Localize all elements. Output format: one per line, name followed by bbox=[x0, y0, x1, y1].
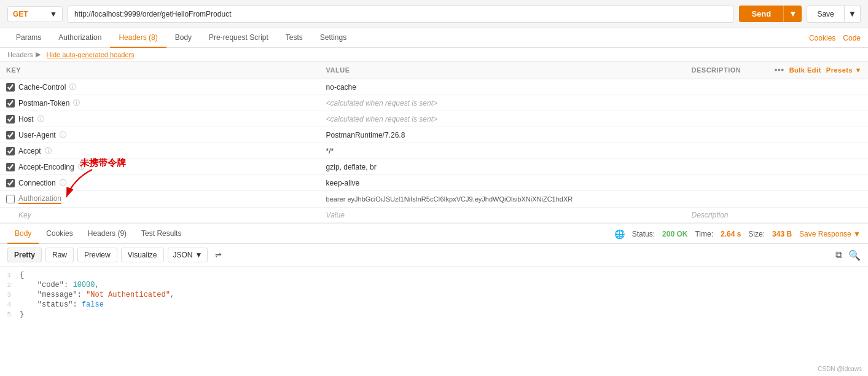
desc-cell-0 bbox=[686, 79, 868, 95]
info-icon-3[interactable]: ⓘ bbox=[60, 130, 66, 139]
row-checkbox-6[interactable] bbox=[6, 179, 15, 187]
copy-icon[interactable]: ⧉ bbox=[835, 249, 842, 261]
search-icon[interactable]: 🔍 bbox=[848, 249, 861, 261]
status-row: 🌐 Status: 200 OK Time: 2.64 s Size: 343 … bbox=[614, 229, 861, 239]
request-tabs: Params Authorization Headers (8) Body Pr… bbox=[0, 28, 868, 48]
desc-cell-2 bbox=[686, 111, 868, 127]
value-cell-5: gzip, deflate, br bbox=[320, 159, 686, 175]
cookies-link[interactable]: Cookies bbox=[809, 34, 835, 42]
key-cell-3: User-Agent ⓘ bbox=[0, 127, 320, 143]
row-checkbox-4[interactable] bbox=[6, 147, 15, 155]
key-text-2: Host bbox=[18, 115, 34, 123]
code-line-2: 2 "code": 10000, bbox=[0, 280, 868, 290]
bottom-tab-testresults[interactable]: Test Results bbox=[134, 224, 189, 244]
top-bar: GET ▼ Send ▼ Save ▼ bbox=[0, 0, 868, 28]
tab-tests[interactable]: Tests bbox=[277, 28, 311, 48]
key-cell-6: Connection ⓘ bbox=[0, 175, 320, 191]
value-cell-3: PostmanRuntime/7.26.8 bbox=[320, 127, 686, 143]
save-dropdown-button[interactable]: ▼ bbox=[845, 5, 861, 23]
time-value: 2.64 s bbox=[721, 230, 741, 238]
hide-headers-link[interactable]: Hide auto-generated headers bbox=[47, 51, 135, 58]
pretty-button[interactable]: Pretty bbox=[7, 248, 42, 262]
value-column-header: VALUE bbox=[320, 61, 686, 79]
table-row: User-Agent ⓘ PostmanRuntime/7.26.8 bbox=[0, 127, 868, 143]
tab-prerequest[interactable]: Pre-request Script bbox=[200, 28, 277, 48]
tab-right-links: Cookies Code bbox=[809, 34, 861, 42]
row-checkbox-3[interactable] bbox=[6, 131, 15, 139]
tab-headers[interactable]: Headers (8) bbox=[110, 28, 166, 48]
send-dropdown-button[interactable]: ▼ bbox=[783, 6, 802, 22]
table-row: Postman-Token ⓘ <calculated when request… bbox=[0, 95, 868, 111]
info-icon-4[interactable]: ⓘ bbox=[45, 146, 52, 155]
code-content-4: "status": false bbox=[20, 300, 104, 309]
presets-link[interactable]: Presets ▼ bbox=[826, 66, 862, 74]
bottom-tab-body[interactable]: Body bbox=[7, 224, 39, 244]
save-response-button[interactable]: Save Response ▼ bbox=[799, 230, 861, 238]
info-icon-1[interactable]: ⓘ bbox=[73, 98, 80, 108]
format-right-icons: ⧉ 🔍 bbox=[831, 249, 861, 261]
headers-sub-row: Headers ▶ Hide auto-generated headers bbox=[0, 48, 868, 61]
key-text-0: Cache-Control bbox=[18, 83, 66, 92]
tab-body[interactable]: Body bbox=[166, 28, 200, 48]
row-checkbox-0[interactable] bbox=[6, 83, 15, 92]
info-icon-0[interactable]: ⓘ bbox=[69, 82, 76, 92]
tab-settings[interactable]: Settings bbox=[311, 28, 355, 48]
key-text-3: User-Agent bbox=[18, 131, 56, 139]
key-cell-4: Accept ⓘ bbox=[0, 143, 320, 159]
preview-button[interactable]: Preview bbox=[77, 248, 117, 262]
key-cell-2: Host ⓘ bbox=[0, 111, 320, 127]
info-icon-5[interactable]: ⓘ bbox=[78, 162, 85, 171]
visualize-button[interactable]: Visualize bbox=[121, 248, 164, 262]
code-link[interactable]: Code bbox=[843, 34, 861, 42]
value-cell-auth: bearer eyJhbGciOiJSUzI1NiIsInR5cCI6IkpxV… bbox=[320, 191, 686, 208]
headers-table: KEY VALUE DESCRIPTION ••• Bulk Edit Pres… bbox=[0, 61, 868, 223]
desc-column-header: DESCRIPTION ••• Bulk Edit Presets ▼ bbox=[686, 61, 868, 79]
key-text-1: Postman-Token bbox=[18, 99, 69, 108]
bottom-panel: Body Cookies Headers (9) Test Results 🌐 … bbox=[0, 223, 868, 347]
desc-cell-3 bbox=[686, 127, 868, 143]
key-text-5: Accept-Encoding bbox=[18, 163, 74, 171]
value-cell-0: no-cache bbox=[320, 79, 686, 95]
row-checkbox-1[interactable] bbox=[6, 99, 15, 108]
line-num-1: 1 bbox=[0, 272, 20, 279]
info-icon-2[interactable]: ⓘ bbox=[37, 114, 44, 123]
row-checkbox-2[interactable] bbox=[6, 115, 15, 123]
line-num-4: 4 bbox=[0, 301, 20, 308]
save-group: Save ▼ bbox=[807, 5, 861, 23]
bottom-tab-cookies[interactable]: Cookies bbox=[39, 224, 80, 244]
save-button[interactable]: Save bbox=[807, 6, 844, 23]
send-button[interactable]: Send bbox=[739, 6, 783, 22]
status-label: Status: bbox=[632, 230, 655, 238]
key-cell-5: Accept-Encoding ⓘ bbox=[0, 159, 320, 175]
code-line-4: 4 "status": false bbox=[0, 300, 868, 310]
send-group: Send ▼ bbox=[739, 6, 802, 22]
code-content-5: } bbox=[20, 310, 24, 319]
method-chevron-icon: ▼ bbox=[50, 10, 57, 18]
url-input[interactable] bbox=[68, 6, 734, 23]
raw-button[interactable]: Raw bbox=[45, 248, 74, 262]
tab-params[interactable]: Params bbox=[7, 28, 50, 48]
align-icon[interactable]: ⇌ bbox=[215, 251, 222, 260]
row-checkbox-auth[interactable] bbox=[6, 195, 15, 203]
desc-cell-6 bbox=[686, 175, 868, 191]
code-content-2: "code": 10000, bbox=[20, 281, 100, 289]
tab-authorization[interactable]: Authorization bbox=[50, 28, 110, 48]
key-text-6: Connection bbox=[18, 179, 56, 187]
key-cell-0: Cache-Control ⓘ bbox=[0, 79, 320, 95]
method-selector[interactable]: GET ▼ bbox=[7, 6, 63, 22]
more-options-icon[interactable]: ••• bbox=[774, 65, 784, 75]
size-value: 343 B bbox=[772, 230, 792, 238]
table-header-row: KEY VALUE DESCRIPTION ••• Bulk Edit Pres… bbox=[0, 61, 868, 79]
line-num-5: 5 bbox=[0, 311, 20, 318]
bulk-edit-link[interactable]: Bulk Edit bbox=[789, 66, 821, 74]
row-checkbox-5[interactable] bbox=[6, 163, 15, 171]
key-column-header: KEY bbox=[0, 61, 320, 79]
headers-label: Headers bbox=[7, 51, 33, 58]
format-selector[interactable]: JSON ▼ bbox=[168, 248, 208, 262]
info-icon-6[interactable]: ⓘ bbox=[60, 178, 66, 187]
desc-cell-4 bbox=[686, 143, 868, 159]
desc-cell-new: Description bbox=[686, 208, 868, 223]
bottom-tab-headers[interactable]: Headers (9) bbox=[80, 224, 134, 244]
value-cell-2: <calculated when request is sent> bbox=[320, 111, 686, 127]
headers-table-section: KEY VALUE DESCRIPTION ••• Bulk Edit Pres… bbox=[0, 61, 868, 223]
